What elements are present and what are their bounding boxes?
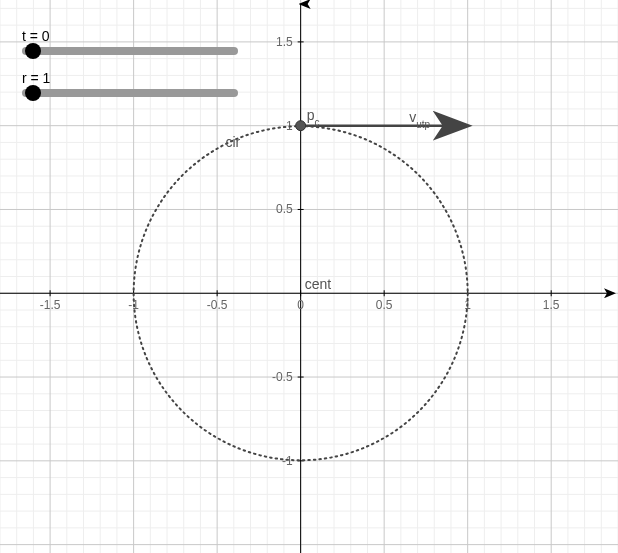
slider-r-label: r = 1: [22, 70, 238, 86]
svg-text:0: 0: [297, 298, 304, 312]
slider-r[interactable]: r = 1: [22, 70, 238, 107]
svg-text:1.5: 1.5: [276, 35, 293, 49]
slider-t-track[interactable]: [22, 47, 238, 55]
circle-label: cir: [225, 134, 240, 150]
center-label: cent: [305, 276, 332, 292]
y-tick-labels: -1-0.50.511.5: [272, 35, 304, 468]
svg-text:-1.5: -1.5: [40, 298, 61, 312]
svg-text:0.5: 0.5: [376, 298, 393, 312]
point-pc[interactable]: [296, 121, 306, 131]
slider-r-track[interactable]: [22, 89, 238, 97]
slider-r-handle[interactable]: [25, 85, 41, 101]
slider-t-label: t = 0: [22, 28, 238, 44]
svg-text:-1: -1: [282, 454, 293, 468]
slider-t[interactable]: t = 0: [22, 28, 238, 65]
svg-text:0.5: 0.5: [276, 202, 293, 216]
slider-t-handle[interactable]: [25, 43, 41, 59]
svg-text:1.5: 1.5: [543, 298, 560, 312]
svg-text:-0.5: -0.5: [272, 370, 293, 384]
svg-text:-0.5: -0.5: [207, 298, 228, 312]
